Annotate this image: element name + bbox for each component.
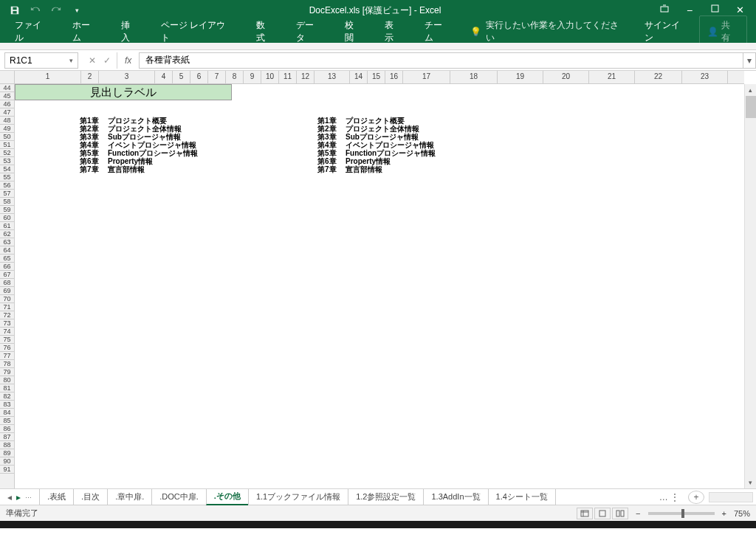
view-layout-icon[interactable]	[594, 508, 611, 519]
row-header[interactable]: 48	[0, 117, 14, 125]
row-header[interactable]: 72	[0, 311, 14, 319]
row-header[interactable]: 76	[0, 344, 14, 352]
column-header[interactable]: 4	[155, 71, 173, 83]
column-header[interactable]: 21	[589, 71, 635, 83]
row-header[interactable]: 47	[0, 108, 14, 117]
zoom-in-button[interactable]: +	[722, 509, 726, 518]
toc-row[interactable]: 第1章プロジェクト概要	[80, 117, 198, 125]
row-header[interactable]: 81	[0, 384, 14, 392]
toc-row[interactable]: 第7章宣言部情報	[317, 165, 436, 173]
scroll-up-icon[interactable]: ▴	[745, 84, 756, 96]
chevron-down-icon[interactable]: ▾	[69, 57, 73, 64]
column-header[interactable]: 19	[498, 71, 543, 83]
zoom-slider[interactable]	[648, 512, 715, 515]
sheet-tab[interactable]: .目次	[73, 489, 108, 505]
row-header[interactable]: 66	[0, 263, 14, 271]
toc-row[interactable]: 第3章Subプロシージャ情報	[80, 133, 198, 141]
toc-row[interactable]: 第5章Functionプロシージャ情報	[317, 149, 436, 157]
tab-nav-next-icon[interactable]: ▸	[16, 492, 21, 502]
ribbon-tab[interactable]: ホーム	[62, 15, 109, 49]
column-header[interactable]: 6	[190, 71, 208, 83]
merged-heading-cell[interactable]: 見出しラベル	[15, 84, 232, 100]
row-header[interactable]: 54	[0, 165, 14, 173]
row-header[interactable]: 79	[0, 368, 14, 376]
row-header[interactable]: 89	[0, 449, 14, 457]
column-header[interactable]: 16	[385, 71, 403, 83]
sheet-tab[interactable]: 1.4シート一覧	[488, 489, 556, 505]
share-button[interactable]: 👤共有	[699, 15, 747, 48]
row-header[interactable]: 62	[0, 230, 14, 238]
sheet-tab[interactable]: 1.2参照設定一覧	[348, 489, 424, 505]
row-header[interactable]: 64	[0, 246, 14, 255]
column-header[interactable]: 3	[99, 71, 155, 83]
row-header[interactable]: 61	[0, 222, 14, 230]
column-header[interactable]: 8	[226, 71, 244, 83]
sheet-overflow-icon[interactable]: … ⋮	[655, 492, 684, 502]
row-header[interactable]: 88	[0, 441, 14, 449]
scroll-down-icon[interactable]: ▾	[745, 477, 756, 488]
row-header[interactable]: 46	[0, 100, 14, 108]
row-header[interactable]: 50	[0, 133, 14, 141]
sheet-tab[interactable]: .DOC中扉.	[151, 489, 207, 505]
horizontal-scrollbar[interactable]	[709, 492, 753, 502]
ribbon-tab[interactable]: チーム	[414, 15, 461, 49]
row-header[interactable]: 73	[0, 319, 14, 328]
row-header[interactable]: 84	[0, 409, 14, 417]
column-header[interactable]: 7	[208, 71, 226, 83]
toc-row[interactable]: 第3章Subプロシージャ情報	[317, 133, 436, 141]
column-header[interactable]: 14	[350, 71, 368, 83]
row-header[interactable]: 49	[0, 125, 14, 133]
row-header[interactable]: 55	[0, 173, 14, 181]
column-header[interactable]: 12	[297, 71, 315, 83]
column-header[interactable]: 9	[244, 71, 261, 83]
fx-icon[interactable]: fx	[117, 55, 139, 66]
row-header[interactable]: 90	[0, 457, 14, 466]
add-sheet-button[interactable]: +	[688, 491, 704, 504]
row-header[interactable]: 78	[0, 360, 14, 368]
vertical-scrollbar[interactable]: ▴ ▾	[744, 84, 756, 488]
ribbon-tab[interactable]: 挿入	[111, 15, 149, 49]
minimize-icon[interactable]: −	[684, 4, 695, 16]
ribbon-tab[interactable]: ページ レイアウト	[151, 15, 244, 49]
row-header[interactable]: 75	[0, 336, 14, 344]
column-header[interactable]: 23	[682, 71, 728, 83]
toc-row[interactable]: 第2章プロジェクト全体情報	[80, 125, 198, 133]
zoom-out-button[interactable]: −	[636, 509, 640, 518]
ribbon-tab[interactable]: 表示	[374, 15, 413, 49]
column-header[interactable]: 11	[279, 71, 297, 83]
toc-row[interactable]: 第6章Property情報	[317, 157, 436, 165]
row-header[interactable]: 67	[0, 271, 14, 279]
tab-nav-prev-icon[interactable]: ◂	[7, 492, 12, 502]
view-normal-icon[interactable]	[577, 508, 593, 519]
toc-row[interactable]: 第4章イベントプロシージャ情報	[80, 141, 198, 149]
zoom-level[interactable]: 75%	[734, 509, 750, 518]
row-header[interactable]: 51	[0, 141, 14, 149]
toc-row[interactable]: 第2章プロジェクト全体情報	[317, 125, 436, 133]
column-header[interactable]: 22	[635, 71, 682, 83]
ribbon-display-icon[interactable]	[659, 4, 670, 16]
toc-row[interactable]: 第6章Property情報	[80, 157, 198, 165]
row-header[interactable]: 57	[0, 190, 14, 198]
cancel-formula-icon[interactable]: ✕	[89, 55, 96, 66]
undo-icon[interactable]	[27, 1, 44, 19]
sheet-tab[interactable]: .表紙	[39, 489, 74, 505]
redo-icon[interactable]	[47, 1, 65, 19]
save-icon[interactable]	[6, 1, 24, 19]
column-header[interactable]: 5	[173, 71, 190, 83]
column-header[interactable]: 18	[450, 71, 498, 83]
row-header[interactable]: 86	[0, 425, 14, 433]
row-header[interactable]: 59	[0, 206, 14, 214]
ribbon-tab[interactable]: 校閲	[334, 15, 373, 49]
column-header[interactable]: 13	[315, 71, 350, 83]
row-header[interactable]: 83	[0, 401, 14, 409]
toc-row[interactable]: 第4章イベントプロシージャ情報	[317, 141, 436, 149]
column-header[interactable]: 17	[403, 71, 450, 83]
signin-link[interactable]: サインイン	[636, 19, 698, 44]
formula-input[interactable]: 各種背表紙	[139, 52, 743, 69]
sheet-tab[interactable]: 1.3AddIn一覧	[423, 489, 488, 505]
column-header[interactable]: 15	[368, 71, 385, 83]
toc-row[interactable]: 第5章Functionプロシージャ情報	[80, 149, 198, 157]
row-header[interactable]: 53	[0, 157, 14, 165]
tell-me[interactable]: 💡実行したい作業を入力してください	[463, 19, 635, 44]
toc-row[interactable]: 第1章プロジェクト概要	[317, 117, 436, 125]
